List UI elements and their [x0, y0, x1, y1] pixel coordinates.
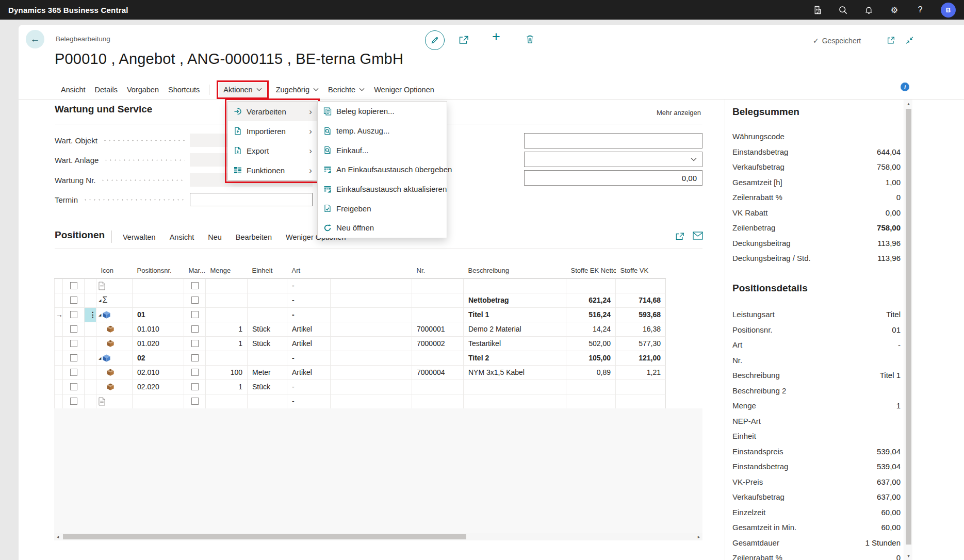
- col-einheit[interactable]: Einheit: [248, 263, 287, 278]
- cell-art[interactable]: -: [287, 351, 331, 365]
- help-icon[interactable]: ?: [915, 5, 925, 15]
- checkbox[interactable]: [191, 325, 199, 333]
- back-button[interactable]: ←: [26, 30, 44, 48]
- cell-posnr[interactable]: 02.010: [133, 365, 184, 380]
- cell-einheit[interactable]: [248, 351, 287, 365]
- checkbox[interactable]: [191, 383, 199, 390]
- menu-item-neu-oeffnen[interactable]: Neu öffnen: [318, 218, 447, 238]
- cell-vk[interactable]: 714,68: [616, 293, 666, 307]
- cell-ek[interactable]: 621,24: [566, 293, 616, 307]
- col-stoffe-vk[interactable]: Stoffe VK: [616, 263, 666, 278]
- table-row[interactable]: 02.010 100 Meter Artikel 7000004 NYM 3x1…: [55, 365, 666, 380]
- cell-einheit[interactable]: Meter: [248, 365, 287, 380]
- share-button[interactable]: [458, 35, 469, 45]
- menu-item-export[interactable]: Export ›: [228, 141, 317, 160]
- cell-ek[interactable]: 14,24: [566, 322, 616, 336]
- checkbox[interactable]: [70, 369, 77, 376]
- cell-vk[interactable]: 1,21: [616, 365, 666, 380]
- table-row[interactable]: 01.010 1 Stück Artikel 7000001 Demo 2 Ma…: [55, 322, 666, 336]
- right-text-field[interactable]: [524, 133, 702, 149]
- cell-rowmenu[interactable]: ⋮: [85, 307, 96, 322]
- cell-posnr[interactable]: 01.010: [133, 322, 184, 336]
- info-icon[interactable]: i: [901, 83, 909, 91]
- cell-nr[interactable]: [412, 307, 464, 322]
- col-beschreibung[interactable]: Beschreibung: [464, 263, 566, 278]
- cell-beschreibung[interactable]: [464, 380, 566, 394]
- menu-vorgaben[interactable]: Vorgaben: [127, 86, 159, 94]
- cell-ek[interactable]: 502,00: [566, 336, 616, 351]
- cell-ek[interactable]: 516,24: [566, 307, 616, 322]
- cell-einheit[interactable]: Stück: [248, 336, 287, 351]
- table-row[interactable]: -: [55, 394, 666, 408]
- cell-mar[interactable]: [184, 351, 206, 365]
- notifications-bell-icon[interactable]: [863, 5, 874, 15]
- cell-checkbox[interactable]: [63, 394, 85, 408]
- cell-nr[interactable]: [412, 293, 464, 307]
- cell-vk[interactable]: [616, 380, 666, 394]
- cell-einheit[interactable]: Stück: [248, 380, 287, 394]
- cell-ek[interactable]: 105,00: [566, 351, 616, 365]
- cell-posnr[interactable]: [133, 278, 184, 293]
- checkbox[interactable]: [70, 282, 77, 289]
- menu-zugehoerig[interactable]: Zugehörig: [276, 86, 319, 94]
- checkbox[interactable]: [70, 311, 77, 318]
- vertical-scrollbar-thumb[interactable]: [906, 109, 911, 545]
- cell-mar[interactable]: [184, 336, 206, 351]
- cell-einheit[interactable]: Stück: [248, 322, 287, 336]
- cell-einheit[interactable]: [248, 394, 287, 408]
- cell-posnr[interactable]: 02.020: [133, 380, 184, 394]
- right-dropdown-field[interactable]: [524, 152, 702, 167]
- cell-menge[interactable]: [206, 351, 248, 365]
- cell-vk[interactable]: 593,68: [616, 307, 666, 322]
- open-in-window-button[interactable]: [886, 36, 896, 45]
- menu-weniger-optionen[interactable]: Weniger Optionen: [374, 86, 434, 94]
- cell-beschreibung[interactable]: Demo 2 Material: [464, 322, 566, 336]
- cell-posnr[interactable]: [133, 394, 184, 408]
- col-art[interactable]: Art: [287, 263, 331, 278]
- cell-mar[interactable]: [184, 307, 206, 322]
- col-nr[interactable]: Nr.: [412, 263, 464, 278]
- cell-checkbox[interactable]: [63, 380, 85, 394]
- toolbar-verwalten[interactable]: Verwalten: [123, 233, 156, 241]
- menu-item-einkauf[interactable]: Einkauf...: [318, 140, 447, 160]
- checkbox[interactable]: [70, 398, 77, 405]
- share-icon[interactable]: [675, 232, 685, 241]
- table-row-selected[interactable]: → ⋮ ◢ 01 - Titel 1 516,24 593,68: [55, 307, 666, 322]
- menu-item-verarbeiten[interactable]: Verarbeiten ›: [228, 102, 317, 121]
- scroll-down-arrow[interactable]: ▾: [904, 553, 913, 558]
- cell-menge[interactable]: 1: [206, 336, 248, 351]
- cell-beschreibung[interactable]: NYM 3x1,5 Kabel: [464, 365, 566, 380]
- table-row[interactable]: 01.020 1 Stück Artikel 7000002 Testartik…: [55, 336, 666, 351]
- cell-menge[interactable]: [206, 307, 248, 322]
- cell-nr[interactable]: [412, 278, 464, 293]
- cell-checkbox[interactable]: [63, 307, 85, 322]
- cell-vk[interactable]: [616, 394, 666, 408]
- cell-menge[interactable]: 1: [206, 380, 248, 394]
- factbox-title-positionsdetails[interactable]: Positionsdetails: [732, 283, 808, 294]
- cell-nr[interactable]: 7000002: [412, 336, 464, 351]
- table-row[interactable]: 02.020 1 Stück -: [55, 380, 666, 394]
- edit-pencil-button[interactable]: [425, 30, 445, 50]
- checkbox[interactable]: [191, 282, 199, 289]
- settings-gear-icon[interactable]: ⚙: [889, 5, 900, 15]
- checkbox[interactable]: [191, 398, 199, 405]
- cell-art[interactable]: -: [287, 307, 331, 322]
- col-positionsnr[interactable]: Positionsnr.: [133, 263, 184, 278]
- new-document-button[interactable]: +: [492, 29, 500, 45]
- vertical-scrollbar[interactable]: ▴ ▾: [904, 100, 912, 560]
- cell-checkbox[interactable]: [63, 278, 85, 293]
- checkbox[interactable]: [191, 369, 199, 376]
- horizontal-scrollbar[interactable]: ◂ ▸: [54, 533, 702, 540]
- menu-details[interactable]: Details: [95, 86, 118, 94]
- menu-shortcuts[interactable]: Shortcuts: [168, 86, 200, 94]
- menu-item-importieren[interactable]: Importieren ›: [228, 121, 317, 141]
- cell-checkbox[interactable]: [63, 351, 85, 365]
- checkbox[interactable]: [191, 354, 199, 361]
- cell-mar[interactable]: [184, 380, 206, 394]
- cell-posnr[interactable]: 02: [133, 351, 184, 365]
- col-menge[interactable]: Menge: [206, 263, 248, 278]
- checkbox[interactable]: [191, 311, 199, 318]
- cell-vk[interactable]: 16,38: [616, 322, 666, 336]
- menu-item-temp-auszug[interactable]: temp. Auszug...: [318, 121, 447, 141]
- company-icon[interactable]: [812, 5, 822, 15]
